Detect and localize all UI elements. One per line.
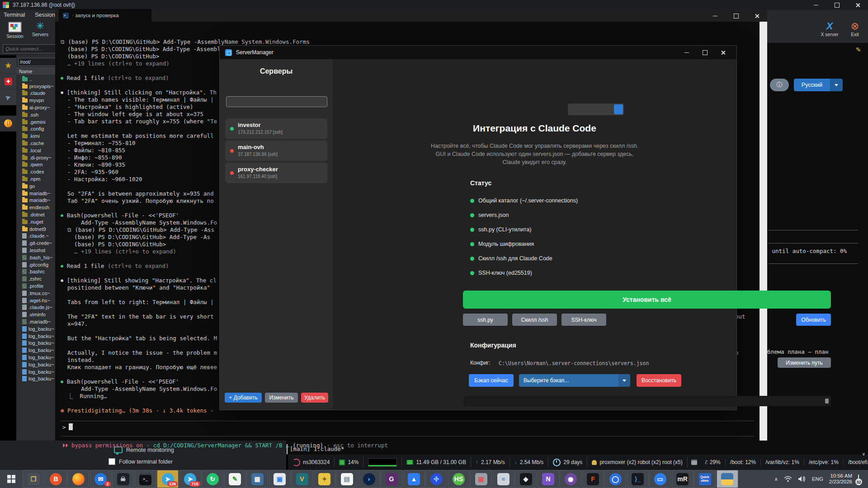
- file-tree-row[interactable]: .viminfo: [16, 311, 56, 318]
- file-tree-row[interactable]: log_backu~: [16, 375, 56, 382]
- wifi-icon[interactable]: [784, 476, 792, 482]
- mobax-minimize-button[interactable]: [806, 0, 826, 10]
- file-tree-row[interactable]: mariadb~: [16, 197, 56, 204]
- taskbar-app-button[interactable]: ▣: [269, 470, 291, 488]
- file-tree-row[interactable]: .lesshst: [16, 247, 56, 254]
- install-sshpy-button[interactable]: ssh.py: [463, 314, 508, 326]
- taskbar-app-button[interactable]: ❐: [23, 470, 44, 488]
- log-scrollbar-thumb[interactable]: [825, 399, 829, 404]
- terminal-tab[interactable]: >_ · запуск и проверка: [59, 9, 151, 22]
- language-indicator[interactable]: ENG: [812, 476, 823, 482]
- file-tree-row[interactable]: log_backu~: [16, 368, 56, 375]
- taskbar-app-button[interactable]: ✎: [224, 470, 246, 488]
- edit-server-button[interactable]: Изменить: [265, 393, 298, 403]
- taskbar-app-button[interactable]: ◗: [359, 470, 380, 488]
- tray-clock[interactable]: 10:56 AM2/23/2026: [829, 473, 852, 485]
- toolbar-exit-button[interactable]: ⊗ Exit: [844, 21, 865, 37]
- menu-terminal[interactable]: Terminal: [4, 12, 25, 18]
- restore-button[interactable]: Восстановить: [637, 374, 681, 387]
- file-tree-row[interactable]: .wget-hs~: [16, 297, 56, 304]
- taskbar-app-button[interactable]: ⟩_: [627, 470, 649, 488]
- sm-maximize-button[interactable]: [696, 47, 714, 58]
- tray-chevron-icon[interactable]: ∧: [774, 476, 778, 482]
- file-tree-row[interactable]: proxyapis~: [16, 83, 56, 90]
- taskbar-app-button[interactable]: B: [45, 470, 67, 488]
- file-tree-row[interactable]: go: [16, 183, 56, 190]
- mobax-maximize-button[interactable]: [826, 0, 847, 10]
- file-tree-row[interactable]: ..: [16, 75, 56, 83]
- file-tree-row[interactable]: .mariadb~: [16, 318, 56, 325]
- taskbar-app-button[interactable]: N: [538, 470, 559, 488]
- file-tree-row[interactable]: .npm: [16, 175, 56, 183]
- follow-terminal-folder-checkbox[interactable]: Follow terminal folder: [108, 458, 173, 465]
- taskbar-app-button[interactable]: ≈: [493, 470, 514, 488]
- file-tree-row[interactable]: .config: [16, 126, 56, 133]
- file-tree-row[interactable]: log_backu~: [16, 339, 56, 347]
- scroll-chevron-icon[interactable]: ∨: [862, 451, 865, 456]
- notification-center-button[interactable]: 32: [858, 475, 859, 483]
- taskbar-app-button[interactable]: [717, 470, 738, 488]
- delete-server-button[interactable]: Удалить: [301, 393, 328, 403]
- file-tree-row[interactable]: .dotnet: [16, 211, 56, 218]
- file-tree-row[interactable]: .kimi: [16, 132, 56, 140]
- taskbar-app-button[interactable]: ◆: [515, 470, 537, 488]
- taskbar-app-button[interactable]: ▤: [336, 470, 358, 488]
- file-tree-row[interactable]: .qwen: [16, 161, 56, 169]
- toolbar-servers-button[interactable]: ✳ Servers: [28, 21, 52, 37]
- taskbar-app-button[interactable]: mR: [672, 470, 693, 488]
- file-tree-row[interactable]: .bash_his~: [16, 254, 56, 261]
- file-tree-row[interactable]: .claude: [16, 90, 56, 97]
- taskbar-app-button[interactable]: [67, 470, 89, 488]
- sidebar-tab-network[interactable]: [0, 116, 16, 131]
- taskbar-app-button[interactable]: ↻: [202, 470, 223, 488]
- mobax-close-button[interactable]: [847, 0, 868, 10]
- file-tree-row[interactable]: .di-proxy~: [16, 154, 56, 161]
- volume-icon[interactable]: [798, 476, 806, 482]
- taskbar-app-button[interactable]: ▭: [649, 470, 671, 488]
- install-sshkey-button[interactable]: SSH-ключ: [561, 314, 606, 326]
- taskbar-app-button[interactable]: F: [582, 470, 604, 488]
- terminal-close-button[interactable]: [746, 10, 767, 22]
- taskbar-app-button[interactable]: V: [291, 470, 313, 488]
- file-tree-row[interactable]: .git-crede~: [16, 239, 56, 247]
- taskbar-app-button[interactable]: G: [381, 470, 402, 488]
- taskbar-app-button[interactable]: ▦: [470, 470, 492, 488]
- taskbar-app-button[interactable]: ◯: [604, 470, 626, 488]
- file-tree-row[interactable]: .ssh: [16, 111, 56, 118]
- taskbar-app-button[interactable]: ✣: [425, 470, 447, 488]
- toolbar-session-button[interactable]: Session: [3, 21, 27, 39]
- menu-sessions[interactable]: Sessions: [35, 12, 58, 18]
- toolbar-xserver-button[interactable]: X X server: [816, 21, 843, 37]
- file-tree-row[interactable]: .profile: [16, 282, 56, 290]
- file-tree-row[interactable]: mariadb~: [16, 190, 56, 197]
- file-tree-row[interactable]: log_backu~: [16, 333, 56, 340]
- taskbar-app-button[interactable]: HS: [448, 470, 470, 488]
- file-tree-row[interactable]: log_backu~: [16, 347, 56, 354]
- terminal-maximize-button[interactable]: [726, 10, 746, 22]
- file-tree-row[interactable]: .zshrc: [16, 275, 56, 282]
- tree-column-header[interactable]: Name: [16, 67, 56, 75]
- taskbar-app-button[interactable]: ◉: [560, 470, 581, 488]
- add-server-button[interactable]: + Добавить: [225, 393, 262, 403]
- sidebar-tab-sftp[interactable]: ➤: [0, 89, 16, 105]
- server-card[interactable]: proxy-checker 161.97.118.40 [ssh]: [225, 163, 327, 183]
- sm-minimize-button[interactable]: [678, 47, 696, 58]
- file-tree-row[interactable]: .codex: [16, 168, 56, 175]
- taskbar-app-button[interactable]: ✦: [314, 470, 335, 488]
- file-tree-row[interactable]: .tmux.co~: [16, 290, 56, 297]
- file-tree-row[interactable]: .claude.js~: [16, 304, 56, 311]
- file-tree-row[interactable]: .cache: [16, 140, 56, 147]
- file-tree-row[interactable]: myvpn: [16, 97, 56, 104]
- taskbar-app-button[interactable]: ➤ 126: [157, 470, 179, 488]
- start-button[interactable]: [0, 470, 23, 488]
- taskbar-app-button[interactable]: ▲: [403, 470, 425, 488]
- install-skill-button[interactable]: Скилл /ssh: [512, 314, 557, 326]
- file-tree-row[interactable]: ai-proxy~: [16, 104, 56, 111]
- pencil-icon[interactable]: ✎: [856, 46, 861, 53]
- sidebar-tab-favorites[interactable]: ★: [0, 58, 16, 74]
- file-tree-row[interactable]: .local: [16, 147, 56, 154]
- server-search-input[interactable]: [226, 96, 327, 107]
- install-all-button[interactable]: Установить всё: [463, 291, 831, 309]
- taskbar-app-button[interactable]: ▦: [246, 470, 268, 488]
- server-card[interactable]: investor 173.212.212.157 [ssh]: [225, 118, 327, 139]
